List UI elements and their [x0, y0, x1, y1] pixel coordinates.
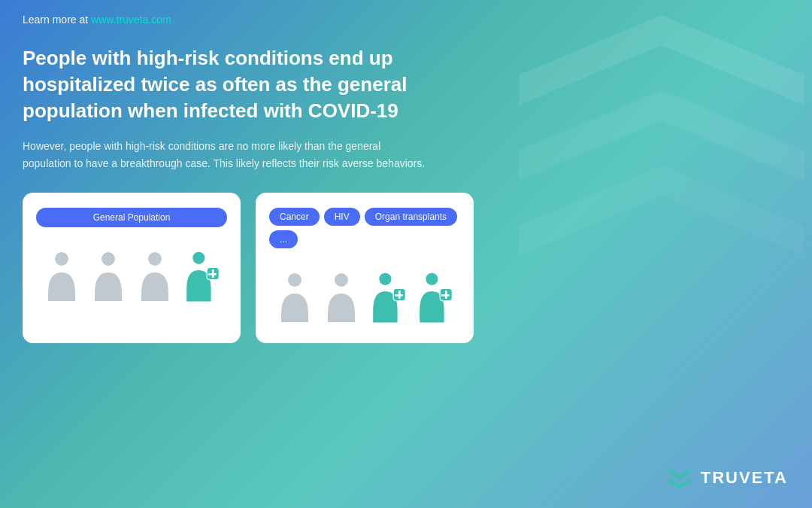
hr-figure-4-teal [415, 271, 454, 325]
svg-point-9 [379, 273, 391, 285]
svg-point-8 [335, 273, 348, 287]
truveta-link[interactable]: www.truveta.com [91, 14, 171, 26]
svg-point-1 [102, 252, 115, 266]
highrisk-figures-row [269, 265, 460, 325]
hr-figure-2 [322, 271, 361, 325]
more-pill[interactable]: ... [269, 230, 298, 248]
cancer-pill[interactable]: Cancer [269, 208, 320, 226]
truveta-chevron-icon [666, 464, 693, 491]
general-figures-row [36, 244, 227, 304]
figure-2 [89, 250, 128, 304]
organ-transplants-pill[interactable]: Organ transplants [365, 208, 457, 226]
headline: People with high-risk conditions end up … [23, 45, 459, 124]
truveta-logo: TRUVETA [666, 464, 788, 491]
general-population-card: General Population [23, 193, 241, 343]
hiv-pill[interactable]: HIV [324, 208, 360, 226]
svg-point-0 [55, 252, 68, 266]
figure-1 [42, 250, 81, 304]
svg-point-7 [288, 273, 301, 287]
hr-figure-3-teal [368, 271, 408, 325]
svg-point-2 [148, 252, 162, 266]
general-pill-row: General Population [36, 208, 227, 227]
truveta-brand-text: TRUVETA [701, 468, 788, 488]
high-risk-card: Cancer HIV Organ transplants ... [256, 193, 474, 343]
learn-more-text: Learn more at [23, 14, 91, 26]
subtext: However, people with high-risk condition… [23, 138, 429, 172]
decorative-chevrons [496, 0, 812, 286]
main-content: People with high-risk conditions end up … [23, 45, 511, 343]
cards-row: General Population [23, 193, 511, 343]
hr-figure-1 [275, 271, 314, 325]
top-bar: Learn more at www.truveta.com [23, 14, 171, 26]
highrisk-pill-row: Cancer HIV Organ transplants ... [269, 208, 460, 248]
svg-rect-12 [395, 294, 403, 297]
general-population-pill[interactable]: General Population [36, 208, 227, 227]
svg-rect-16 [441, 294, 450, 297]
svg-point-3 [192, 252, 205, 264]
figure-3 [135, 250, 174, 304]
svg-rect-6 [208, 273, 217, 275]
figure-4-teal [182, 250, 221, 304]
svg-point-13 [426, 273, 438, 285]
